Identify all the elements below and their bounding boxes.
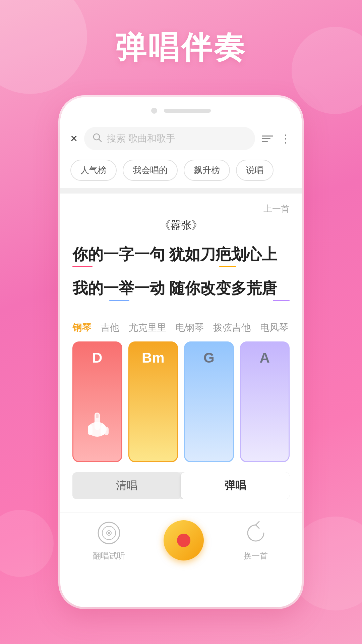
song-title-row: 《嚣张》	[72, 218, 290, 233]
search-icon	[92, 132, 102, 145]
lyric-underline-yellow	[219, 266, 236, 267]
filter-line-2	[262, 138, 270, 139]
prev-song-button[interactable]: 上一首	[263, 203, 290, 215]
svg-rect-6	[105, 427, 109, 435]
instrument-tab-piano[interactable]: 钢琴	[72, 321, 91, 334]
vinyl-icon-wrap	[96, 520, 122, 546]
svg-rect-5	[101, 424, 105, 435]
cover-listen-button[interactable]: 翻唱试听	[93, 520, 125, 561]
lyrics-area: 你的一字一句 犹如刀疤划心上 我的一举一动 随你改变多荒唐	[72, 239, 290, 312]
tag-rap[interactable]: 说唱	[236, 160, 274, 181]
chord-area: D	[72, 341, 290, 462]
phone-screen: × 搜索 歌曲和歌手 ⋮ 人气榜 我会唱的 飙升榜	[60, 121, 302, 571]
lyric-line-2: 我的一举一动 随你改变多荒唐	[72, 277, 290, 300]
refresh-icon-wrap	[242, 520, 269, 546]
chord-name-A: A	[260, 350, 270, 366]
instrument-tab-guitar[interactable]: 吉他	[101, 321, 119, 334]
more-button[interactable]: ⋮	[280, 132, 292, 145]
record-btn-circle[interactable]	[164, 520, 204, 560]
chord-bar-D[interactable]: D	[72, 341, 122, 462]
instrument-tab-fingerstyle[interactable]: 拨弦吉他	[213, 321, 251, 334]
instrument-tab-epiano[interactable]: 电钢琴	[176, 321, 204, 334]
chord-name-D: D	[92, 350, 102, 366]
chord-name-G: G	[203, 350, 215, 366]
tag-popular[interactable]: 人气榜	[70, 160, 117, 181]
change-song-button[interactable]: 换一首	[242, 520, 269, 561]
tag-can-sing[interactable]: 我会唱的	[123, 160, 178, 181]
instrument-tab-ukulele[interactable]: 尤克里里	[129, 321, 166, 334]
bottom-bar: 翻唱试听 换一首	[60, 513, 302, 571]
chord-name-Bm: Bm	[142, 350, 165, 366]
finger-pointer-icon	[80, 408, 114, 441]
lyric-underline-purple	[273, 300, 290, 301]
refresh-icon	[244, 521, 268, 545]
mode-btn-clear-sing[interactable]: 清唱	[72, 472, 181, 499]
cover-listen-label: 翻唱试听	[93, 550, 125, 561]
mode-buttons: 清唱 弹唱	[72, 472, 290, 499]
svg-point-11	[108, 532, 110, 534]
svg-line-1	[99, 139, 102, 142]
chord-bar-G[interactable]: G	[184, 341, 234, 462]
filter-line-3	[262, 141, 268, 142]
search-bar[interactable]: 搜索 歌曲和歌手	[84, 127, 255, 150]
search-area: × 搜索 歌曲和歌手 ⋮	[60, 121, 302, 156]
phone-frame: × 搜索 歌曲和歌手 ⋮ 人气榜 我会唱的 飙升榜	[60, 97, 302, 607]
instrument-tabs: 钢琴 吉他 尤克里里 电钢琴 拨弦吉他 电风琴	[72, 321, 290, 334]
divider	[60, 188, 302, 194]
svg-rect-7	[96, 414, 99, 418]
chord-bar-A[interactable]: A	[240, 341, 290, 462]
filter-button[interactable]	[262, 136, 273, 142]
close-button[interactable]: ×	[70, 131, 77, 146]
tag-filter-area: 人气榜 我会唱的 飙升榜 说唱	[60, 156, 302, 188]
svg-rect-4	[88, 425, 93, 435]
search-placeholder: 搜索 歌曲和歌手	[107, 132, 175, 145]
lyric-underline-blue	[109, 300, 129, 301]
lyric-underline-red	[72, 266, 93, 267]
tag-trending[interactable]: 飙升榜	[184, 160, 230, 181]
instrument-tab-organ[interactable]: 电风琴	[260, 321, 288, 334]
mode-btn-play-sing[interactable]: 弹唱	[181, 472, 290, 499]
song-header: 上一首	[72, 203, 290, 215]
phone-speaker	[164, 109, 211, 113]
chord-bar-Bm[interactable]: Bm	[128, 341, 178, 462]
record-dot	[177, 534, 190, 547]
phone-top-bar	[60, 97, 302, 121]
page-title: 弹唱伴奏	[0, 27, 362, 68]
song-title: 《嚣张》	[160, 219, 202, 231]
vinyl-icon	[97, 521, 121, 545]
filter-line-1	[262, 136, 273, 137]
phone-camera	[151, 108, 157, 114]
change-song-label: 换一首	[244, 550, 268, 561]
bg-decoration-3	[0, 510, 54, 577]
song-section: 上一首 《嚣张》 你的一字一句 犹如刀疤划心上 我的一举一动 随你改变多荒唐	[60, 194, 302, 513]
record-button[interactable]	[164, 520, 204, 560]
lyric-line-1: 你的一字一句 犹如刀疤划心上	[72, 243, 290, 266]
